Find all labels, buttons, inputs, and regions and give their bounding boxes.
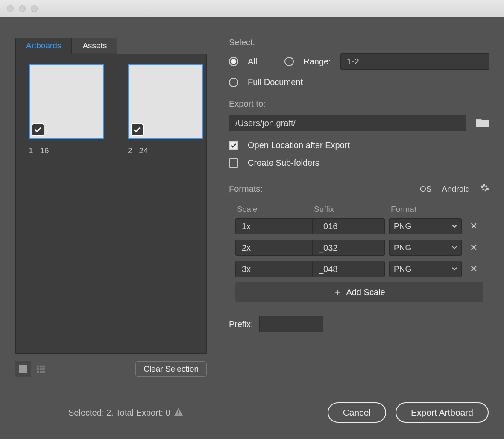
radio-range[interactable] [284,57,294,66]
preset-android[interactable]: Android [442,184,470,194]
grid-view-icon[interactable] [15,361,31,377]
prefix-input[interactable] [259,316,323,332]
svg-rect-3 [23,369,27,373]
suffix-input[interactable] [312,240,385,256]
radio-all-label: All [248,57,257,67]
select-label: Select: [229,38,489,47]
artboard-thumbnail[interactable] [128,64,203,139]
col-scale: Scale [237,205,310,214]
export-artboard-button[interactable]: Export Artboard [396,402,489,423]
warning-icon [174,407,183,418]
svg-rect-0 [19,365,23,369]
tab-artboards[interactable]: Artboards [15,38,72,54]
format-row: PNG ✕ [235,218,483,234]
titlebar [0,0,504,17]
open-location-label: Open Location after Export [248,140,350,150]
svg-rect-12 [178,413,179,414]
artboard-item[interactable]: 1 16 [29,64,104,343]
open-location-checkbox[interactable] [229,141,238,150]
format-select[interactable]: PNG [389,218,462,234]
format-row: PNG ✕ [235,240,483,256]
svg-rect-8 [37,371,39,373]
suffix-input[interactable] [312,261,385,277]
preset-ios[interactable]: iOS [418,184,432,194]
artboard-thumbnail[interactable] [29,64,104,139]
artboard-label: 2 24 [128,146,203,155]
svg-rect-10 [476,120,489,127]
subfolders-label: Create Sub-folders [248,158,319,168]
range-input[interactable] [340,53,489,70]
remove-row-icon[interactable]: ✕ [466,221,481,232]
radio-full-document[interactable] [229,78,238,87]
svg-rect-4 [37,366,39,368]
svg-rect-5 [40,366,45,368]
export-to-label: Export to: [229,99,489,109]
radio-range-label: Range: [303,57,331,67]
svg-rect-2 [19,369,23,373]
prefix-label: Prefix: [229,319,253,329]
col-suffix: Suffix [314,205,387,214]
remove-row-icon[interactable]: ✕ [466,263,481,275]
format-row: PNG ✕ [235,261,483,277]
subfolders-checkbox[interactable] [229,158,238,168]
tab-assets[interactable]: Assets [72,38,117,54]
format-select[interactable]: PNG [389,240,462,256]
svg-rect-6 [37,368,39,370]
artboard-checkbox[interactable] [32,123,44,136]
plus-icon: ＋ [333,287,342,298]
radio-full-label: Full Document [248,77,303,87]
artboard-checkbox[interactable] [131,123,144,136]
artboard-item[interactable]: 2 24 [128,64,203,343]
svg-rect-9 [40,371,45,373]
tabs: Artboards Assets [15,38,207,54]
col-format: Format [391,205,463,214]
minimize-icon[interactable] [19,5,26,12]
formats-label: Formats: [229,184,263,194]
folder-icon[interactable] [476,117,489,129]
artboard-panel: 1 16 2 24 [15,54,207,354]
zoom-icon[interactable] [31,5,38,12]
format-select[interactable]: PNG [389,261,462,277]
remove-row-icon[interactable]: ✕ [466,242,481,253]
add-scale-button[interactable]: ＋ Add Scale [235,282,483,302]
artboard-label: 1 16 [29,146,104,155]
cancel-button[interactable]: Cancel [328,402,386,423]
gear-icon[interactable] [480,183,489,195]
svg-rect-1 [23,365,27,369]
radio-all[interactable] [229,57,238,66]
close-icon[interactable] [7,5,14,12]
svg-rect-7 [40,368,45,370]
svg-rect-11 [178,410,179,413]
suffix-input[interactable] [312,218,385,234]
status-text: Selected: 2, Total Export: 0 [68,407,183,418]
export-path-input[interactable] [229,115,466,131]
list-view-icon[interactable] [33,361,49,377]
formats-panel: Scale Suffix Format PNG [229,199,489,307]
clear-selection-button[interactable]: Clear Selection [135,361,207,377]
